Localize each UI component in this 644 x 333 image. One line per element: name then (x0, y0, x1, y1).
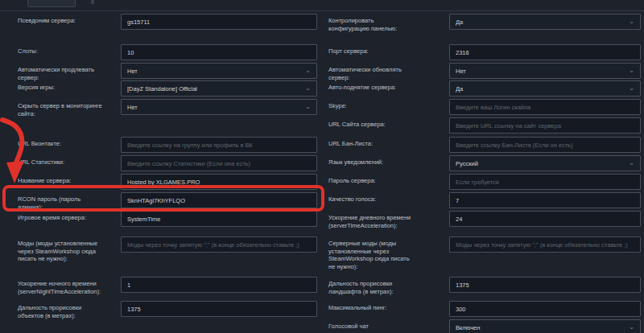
row-voice-quality: Качество голоса: (0, 192, 644, 208)
top-divider-tick (91, 0, 94, 4)
field-label: Ускорение дневного времени (serverTimeAc… (328, 214, 414, 229)
select-value: Нет (456, 68, 629, 75)
server-port-input[interactable] (449, 44, 641, 60)
row-control-config: Контролировать конфигурацию панелью: Да … (0, 14, 644, 30)
auto-update-select[interactable]: Нет ⌄ (449, 63, 641, 79)
field-label: Дальность прорисовки ландшафта (в метрах… (328, 280, 414, 295)
server-password-input[interactable] (449, 174, 641, 190)
server-settings-panel: Псевдоним сервера: Слоты: Автоматически … (0, 0, 644, 333)
field-label: Голосовой чат (328, 323, 414, 331)
field-label: Автоматически обновлять сервер: (328, 66, 414, 81)
chevron-down-icon: ⌄ (629, 160, 634, 166)
row-terrain-draw-distance: Дальность прорисовки ландшафта (в метрах… (0, 277, 644, 293)
field-label: Skype: (328, 102, 414, 110)
field-label: Язык уведомлений: (328, 158, 414, 166)
chevron-down-icon: ⌄ (629, 68, 634, 74)
auto-restart-select[interactable]: Да ⌄ (449, 80, 641, 97)
header-divider (0, 10, 644, 12)
field-label: Пароль сервера: (328, 177, 414, 185)
field-label: Порт сервера: (328, 47, 414, 56)
server-mods-input[interactable] (449, 236, 641, 253)
field-label: URL Бан-Листа: (328, 140, 414, 148)
field-label: Серверные моды (моды установленные через… (328, 240, 414, 270)
field-label: URL Сайта сервера: (328, 121, 414, 129)
row-server-mods: Серверные моды (моды установленные через… (0, 236, 644, 253)
chevron-down-icon: ⌄ (629, 324, 634, 331)
control-config-select[interactable]: Да ⌄ (449, 14, 641, 30)
cut-off-top-button[interactable] (27, 0, 76, 7)
chevron-down-icon: ⌄ (629, 18, 634, 25)
chevron-down-icon: ⌄ (629, 85, 634, 92)
max-ping-input[interactable] (449, 301, 641, 317)
row-auto-update: Автоматически обновлять сервер: Нет ⌄ (0, 63, 644, 79)
row-max-ping: Максимальный пинг: (0, 301, 644, 317)
select-value: Да (456, 18, 629, 26)
select-value: Включен (456, 324, 629, 331)
row-auto-restart: Авто-поднятие сервера: Да ⌄ (0, 80, 644, 97)
language-select[interactable]: Русский ⌄ (449, 155, 641, 171)
field-label: Авто-поднятие сервера: (328, 84, 414, 92)
voice-chat-select[interactable]: Включен ⌄ (449, 319, 641, 333)
row-server-password: Пароль сервера: (0, 174, 644, 190)
row-day-acceleration: Ускорение дневного времени (serverTimeAc… (0, 211, 644, 227)
row-voice-chat: Голосовой чат Включен ⌄ (0, 319, 644, 333)
field-label: Качество голоса: (328, 195, 414, 204)
field-label: Контролировать конфигурацию панелью: (328, 17, 414, 32)
day-acceleration-input[interactable] (449, 211, 641, 227)
row-server-port: Порт сервера: (0, 44, 644, 60)
voice-quality-input[interactable] (449, 192, 641, 208)
field-label: Максимальный пинг: (328, 304, 414, 312)
select-value: Русский (456, 160, 629, 167)
site-url-input[interactable] (449, 117, 641, 134)
row-language: Язык уведомлений: Русский ⌄ (0, 155, 644, 171)
row-banlist-url: URL Бан-Листа: (0, 137, 644, 153)
row-site-url: URL Сайта сервера: (0, 117, 644, 134)
skype-input[interactable] (449, 99, 641, 115)
row-skype: Skype: (0, 99, 644, 115)
banlist-url-input[interactable] (449, 137, 641, 153)
select-value: Да (456, 85, 629, 92)
terrain-draw-distance-input[interactable] (449, 277, 641, 293)
